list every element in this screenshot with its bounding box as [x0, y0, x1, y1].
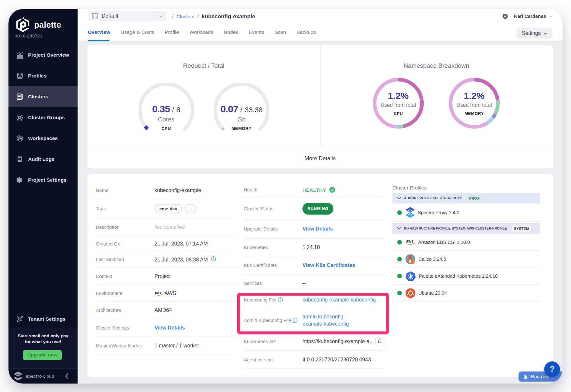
svg-text:aws: aws [155, 290, 162, 294]
svg-text:aws: aws [406, 239, 414, 244]
